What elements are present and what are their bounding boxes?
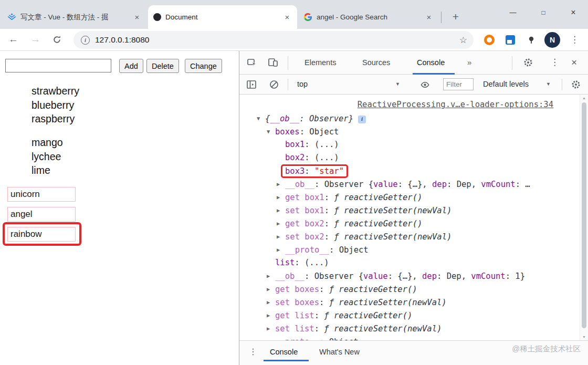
console-token: vmCount [471, 272, 505, 281]
tab-document[interactable]: Document × [148, 5, 297, 29]
source-link[interactable]: ReactiveProcessing.v…e-loader-options:34 [358, 100, 553, 109]
back-icon[interactable]: ← [8, 29, 18, 50]
pink-input-rainbow[interactable] [7, 227, 76, 242]
add-button[interactable]: Add [119, 59, 143, 73]
delete-button[interactable]: Delete [146, 59, 179, 73]
expander-closed-icon[interactable]: ▶ [277, 217, 285, 230]
filter-input[interactable] [443, 78, 474, 90]
console-settings-gear-icon[interactable] [571, 79, 581, 90]
drawer-tab-whats-new[interactable]: What's New [319, 341, 360, 363]
console-token: value [373, 180, 398, 189]
console-token: vmCount [481, 180, 515, 189]
pink-input-unicorn[interactable] [7, 187, 76, 202]
console-line: ▶set boxes: ƒ reactiveSetter(newVal) [239, 296, 580, 309]
console-token: { [265, 114, 270, 123]
refresh-icon[interactable] [52, 35, 61, 44]
address-toolbar: ← → i 127.0.0.1:8080 ☆ N ⋮ [0, 29, 588, 51]
devtools-menu-icon[interactable]: ⋮ [550, 51, 559, 74]
url-text[interactable]: 127.0.0.1:8080 [95, 35, 149, 45]
expander-closed-icon[interactable]: ▶ [267, 335, 275, 340]
item-input[interactable] [5, 59, 111, 72]
console-token: : Dep, [437, 272, 471, 281]
console-token: get boxes [275, 285, 319, 294]
profile-avatar[interactable]: N [544, 32, 560, 48]
expander-closed-icon[interactable]: ▶ [277, 230, 285, 243]
context-selector[interactable]: top [297, 75, 308, 94]
list-item: blueberry [32, 98, 79, 112]
log-levels-selector[interactable]: Default levels [483, 75, 529, 94]
expander-closed-icon[interactable]: ▶ [267, 269, 275, 283]
settings-gear-icon[interactable] [523, 57, 533, 68]
console-token: set box2 [285, 232, 324, 242]
chevron-down-icon[interactable]: ▼ [395, 75, 400, 94]
console-token: "star" [314, 166, 344, 176]
expander-closed-icon[interactable]: ▶ [267, 309, 275, 322]
more-tabs-icon[interactable]: » [467, 51, 471, 74]
expander-open-icon[interactable]: ▼ [267, 125, 275, 138]
device-toolbar-icon[interactable] [268, 57, 278, 68]
tab-close-icon[interactable]: × [282, 13, 292, 22]
tab-title: Document [165, 13, 278, 21]
list-item: lychee [32, 150, 63, 164]
omnibox[interactable]: i 127.0.0.1:8080 ☆ [74, 31, 474, 49]
console-line: ▶__ob__: Observer {value: {…}, dep: Dep,… [239, 269, 580, 283]
expander-closed-icon[interactable]: ▶ [277, 178, 285, 191]
drawer-active-underline [264, 360, 309, 361]
new-tab-button[interactable]: + [448, 9, 463, 24]
expander-open-icon[interactable]: ▼ [257, 112, 265, 125]
console-token: ƒ reactiveGetter() [334, 219, 422, 228]
live-expression-eye-icon[interactable] [420, 80, 430, 90]
extension-orange-icon[interactable] [484, 35, 495, 45]
console-token: : Observer { [314, 180, 373, 189]
console-scrollbar[interactable]: ▲ ▼ [580, 95, 588, 340]
console-output: ReactiveProcessing.v…e-loader-options:34… [239, 95, 588, 340]
tab-elements[interactable]: Elements [304, 51, 336, 74]
console-token: box2 [285, 153, 304, 162]
tab-google-search[interactable]: angel - Google Search × [298, 5, 439, 29]
info-icon[interactable]: i [358, 116, 366, 123]
console-line: ▶set list: ƒ reactiveSetter(newVal) [239, 322, 580, 335]
extension-pin-icon[interactable] [527, 36, 536, 44]
window-close-button[interactable]: × [561, 4, 585, 21]
devtools-close-icon[interactable]: × [571, 51, 577, 74]
expander-closed-icon[interactable]: ▶ [267, 322, 275, 335]
scroll-up-icon[interactable]: ▲ [580, 96, 588, 100]
console-line: ▶set box2: ƒ reactiveSetter(newVal) [239, 230, 580, 243]
scrollbar-thumb[interactable] [582, 102, 586, 328]
window-maximize-button[interactable]: □ [531, 4, 555, 21]
console-token: ƒ reactiveGetter() [334, 193, 422, 202]
console-token: : [324, 219, 334, 228]
site-info-icon[interactable]: i [81, 36, 90, 45]
watermark-text: @稀土掘金技术社区 [512, 344, 581, 354]
list-item: strawberry [32, 84, 79, 98]
bookmark-star-icon[interactable]: ☆ [459, 35, 467, 46]
tab-close-icon[interactable]: × [424, 13, 434, 22]
tab-sources[interactable]: Sources [362, 51, 390, 74]
clear-console-icon[interactable] [269, 79, 279, 90]
tab-juejin-editor[interactable]: 写文章 - Vue - 数组方法 - 掘 × [2, 5, 147, 29]
devtools-tabbar: Elements Sources Console » ⋮ × [239, 51, 588, 75]
tab-close-icon[interactable]: × [132, 13, 142, 22]
expander-closed-icon[interactable]: ▶ [277, 191, 285, 204]
console-token: : Dep, [447, 180, 481, 189]
pink-input-angel[interactable] [7, 207, 76, 222]
change-button[interactable]: Change [185, 59, 222, 73]
console-token: box3 [285, 166, 304, 176]
expander-closed-icon[interactable]: ▶ [267, 296, 275, 309]
console-token: : … [516, 180, 530, 189]
expander-closed-icon[interactable]: ▶ [267, 283, 275, 296]
tab-console[interactable]: Console [417, 51, 445, 74]
chevron-down-icon[interactable]: ▼ [546, 75, 551, 94]
inspect-element-icon[interactable] [247, 57, 257, 68]
console-sidebar-icon[interactable] [246, 79, 257, 90]
window-minimize-button[interactable]: — [501, 4, 525, 21]
expander-closed-icon[interactable]: ▶ [277, 243, 285, 256]
console-token: __ob__ [270, 114, 299, 123]
expander-closed-icon[interactable]: ▶ [277, 204, 285, 217]
fruit-list-b: mangolycheelime [32, 135, 63, 178]
browser-menu-icon[interactable]: ⋮ [570, 29, 579, 51]
extension-blue-icon[interactable] [505, 35, 516, 45]
drawer-menu-icon[interactable]: ⋮ [249, 341, 257, 363]
scroll-down-icon[interactable]: ▼ [580, 335, 588, 339]
list-item: mango [32, 135, 63, 150]
